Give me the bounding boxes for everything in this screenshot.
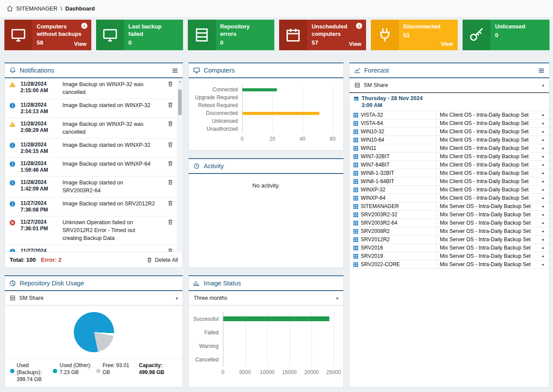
chart-tick-label: 0 [241, 136, 244, 142]
forecast-row[interactable]: WIN8-1-64BITMix Client OS - Intra-Daily … [349, 177, 549, 186]
repository-icon [188, 20, 216, 50]
notification-date: 11/28/2024 [21, 102, 62, 108]
delete-notification-icon[interactable] [167, 219, 173, 242]
expand-icon[interactable]: ◂ [542, 187, 549, 192]
notifications-scrollbar[interactable]: ▴ [177, 79, 182, 251]
forecast-computer-name: SRV2003R2-64 [361, 220, 397, 226]
computer-grid-icon [353, 254, 358, 259]
forecast-computer-name: SRV2008R2 [361, 228, 390, 234]
scroll-thumb[interactable] [178, 90, 182, 115]
expand-icon[interactable]: ◂ [542, 171, 549, 175]
view-link[interactable]: View [74, 41, 86, 47]
info-icon[interactable]: i [356, 23, 362, 29]
forecast-row[interactable]: WIN7-64BITMix Client OS - Intra-Daily Ba… [349, 161, 549, 169]
computers-title: Computers [204, 67, 235, 74]
forecast-repository-selector[interactable]: SM Share ▾ [349, 78, 549, 93]
expand-icon[interactable]: ◂ [542, 113, 549, 117]
legend-value: 7.23 GB [59, 369, 79, 375]
delete-all-button[interactable]: Delete All [146, 257, 178, 263]
activity-title: Activity [204, 163, 224, 170]
forecast-row[interactable]: WIN8-1-32BITMix Client OS - Intra-Daily … [349, 169, 549, 177]
forecast-backup-set: Mix Client OS - Intra-Daily Backup Set [437, 170, 542, 176]
expand-icon[interactable]: ◂ [542, 196, 549, 200]
notification-datetime: 11/28/20241:59:46 AM [21, 160, 62, 173]
forecast-row[interactable]: WINXP-32Mix Client OS - Intra-Daily Back… [349, 186, 549, 194]
delete-notification-icon[interactable] [167, 102, 173, 115]
card-computers-without-backups[interactable]: Computers without backups58iView [4, 20, 91, 50]
expand-icon[interactable]: ◂ [542, 138, 549, 142]
forecast-rows: VISTA-32Mix Client OS - Intra-Daily Back… [349, 111, 549, 387]
forecast-backup-set: Mix Client OS - Intra-Daily Backup Set [437, 187, 542, 193]
middle-column: Computers ConnectedUpgrade RequiredReboo… [188, 62, 343, 388]
computer-grid-icon [353, 229, 358, 234]
delete-notification-icon[interactable] [167, 248, 173, 252]
expand-icon[interactable]: ◂ [542, 204, 549, 208]
forecast-row[interactable]: WIN10-32Mix Client OS - Intra-Daily Back… [349, 128, 549, 136]
card-title: Disconnected [403, 23, 449, 31]
notifications-menu-icon[interactable] [172, 67, 178, 74]
forecast-row[interactable]: SRV2003R2-64Mix Server OS - Intra-Daily … [349, 219, 549, 227]
forecast-row[interactable]: SRV2022-COREMix Server OS - Intra-Daily … [349, 260, 549, 269]
forecast-computer-name: SRV2012R2 [361, 236, 390, 243]
forecast-backup-set: Mix Server OS - Intra-Daily Backup Set [437, 245, 542, 251]
notification-time: 2:04:15 AM [21, 148, 62, 155]
view-link[interactable]: View [349, 41, 361, 47]
card-unlicensed[interactable]: Unlicensed0 [463, 20, 550, 50]
expand-icon[interactable]: ◂ [542, 212, 549, 217]
forecast-backup-set: Mix Server OS - Intra-Daily Backup Set [437, 228, 542, 234]
expand-icon[interactable]: ◂ [542, 163, 549, 167]
expand-icon[interactable]: ◂ [542, 246, 549, 250]
expand-icon[interactable]: ◂ [542, 146, 549, 150]
repository-selector[interactable]: SM Share ▾ [5, 291, 183, 305]
left-column: Notifications 11/28/20242:15:00 AMImage … [4, 62, 183, 388]
delete-notification-icon[interactable] [167, 121, 173, 136]
period-selector[interactable]: Three months ▾ [189, 291, 343, 305]
forecast-row[interactable]: SRV2003R2-32Mix Server OS - Intra-Daily … [349, 211, 549, 219]
expand-icon[interactable]: ◂ [542, 121, 549, 125]
forecast-row[interactable]: SRV2012R2Mix Server OS - Intra-Daily Bac… [349, 236, 549, 244]
notification-date: 11/28/2024 [21, 121, 62, 127]
delete-notification-icon[interactable] [167, 179, 173, 194]
monitor-icon [193, 67, 200, 74]
delete-notification-icon[interactable] [167, 142, 173, 155]
expand-icon[interactable]: ◂ [542, 179, 549, 184]
expand-icon[interactable]: ◂ [542, 254, 549, 258]
expand-icon[interactable]: ◂ [542, 221, 549, 225]
delete-notification-icon[interactable] [167, 81, 173, 96]
expand-icon[interactable]: ◂ [542, 262, 549, 267]
view-link[interactable]: View [441, 41, 453, 47]
chart-category-label: Disconnected [190, 109, 242, 117]
forecast-row[interactable]: SITEMANAGERMix Server OS - Intra-Daily B… [349, 202, 549, 211]
forecast-row[interactable]: VISTA-32Mix Client OS - Intra-Daily Back… [349, 111, 549, 119]
error-icon [9, 219, 21, 242]
expand-icon[interactable]: ◂ [542, 129, 549, 134]
card-last-backup-failed[interactable]: Last backup failed0 [96, 20, 183, 50]
forecast-computer-name: VISTA-64 [361, 120, 383, 126]
forecast-row[interactable]: WIN7-32BITMix Client OS - Intra-Daily Ba… [349, 153, 549, 161]
card-repository-errors[interactable]: Repository errors0 [188, 20, 275, 50]
breadcrumb-site[interactable]: SITEMANAGER [16, 5, 58, 12]
delete-notification-icon[interactable] [167, 200, 173, 213]
forecast-row[interactable]: SRV2008R2Mix Server OS - Intra-Daily Bac… [349, 227, 549, 236]
scroll-up-icon[interactable]: ▴ [178, 79, 182, 84]
expand-icon[interactable]: ◂ [542, 229, 549, 233]
card-disconnected[interactable]: Disconnected51View [371, 20, 458, 50]
expand-icon[interactable]: ◂ [542, 237, 549, 242]
home-icon[interactable] [7, 5, 13, 12]
forecast-row[interactable]: WINXP-64Mix Client OS - Intra-Daily Back… [349, 194, 549, 202]
info-icon [9, 160, 21, 173]
forecast-row[interactable]: WIN11Mix Client OS - Intra-Daily Backup … [349, 144, 549, 153]
computers-panel-header: Computers [189, 63, 343, 78]
forecast-menu-icon[interactable] [538, 67, 545, 74]
delete-notification-icon[interactable] [167, 160, 173, 173]
forecast-row[interactable]: WIN10-64Mix Client OS - Intra-Daily Back… [349, 136, 549, 144]
expand-icon[interactable]: ◂ [542, 154, 549, 159]
notification-datetime: 11/27/20247:36:01 PM [21, 219, 62, 242]
info-icon[interactable]: i [81, 23, 87, 29]
forecast-row[interactable]: SRV2016Mix Server OS - Intra-Daily Backu… [349, 244, 549, 252]
computer-grid-icon [353, 187, 358, 192]
forecast-row[interactable]: SRV2019Mix Server OS - Intra-Daily Backu… [349, 252, 549, 260]
forecast-row[interactable]: VISTA-64Mix Client OS - Intra-Daily Back… [349, 119, 549, 128]
card-unscheduled-computers[interactable]: Unscheduled computers57iView [279, 20, 366, 50]
notifications-panel-header: Notifications [5, 63, 183, 78]
